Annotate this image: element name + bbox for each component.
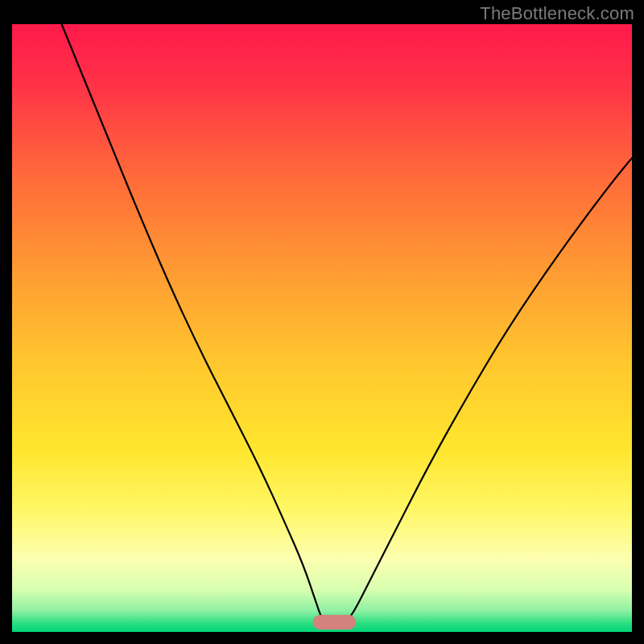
bottleneck-chart <box>12 24 632 632</box>
watermark-label: TheBottleneck.com <box>480 3 634 24</box>
chart-background <box>12 24 632 632</box>
chart-svg <box>12 24 632 632</box>
optimal-marker <box>312 615 356 630</box>
chart-frame: TheBottleneck.com <box>0 0 644 644</box>
